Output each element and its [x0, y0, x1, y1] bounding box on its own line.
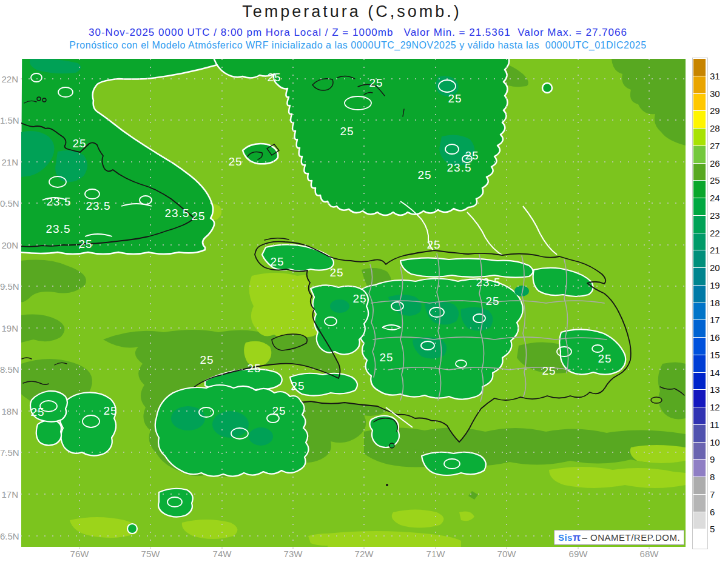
lon-label: 69W	[565, 549, 592, 559]
colorbar-label: 5	[710, 524, 728, 534]
small-island-sw	[158, 489, 193, 517]
green-cordillera-septentrional	[400, 258, 533, 277]
colorbar-segment	[693, 250, 706, 268]
colorbar-segment	[693, 59, 706, 76]
colorbar-label: 20	[710, 263, 728, 273]
colorbar-label: 10	[710, 437, 728, 447]
cool-dot-north	[542, 83, 552, 93]
colorbar-label: 23	[710, 210, 728, 221]
colorbar-segment	[693, 477, 706, 495]
contour-value-label: 25	[448, 92, 462, 105]
contour-value-label: 25	[191, 210, 205, 223]
colorbar-label: 16	[710, 332, 728, 343]
colorbar-segment	[693, 390, 706, 407]
lat-label: 8.5N	[0, 364, 18, 375]
colorbar-segment	[693, 460, 706, 477]
contour-value-label: 23.5	[165, 207, 190, 220]
pi-symbol: π	[573, 532, 581, 544]
colorbar-label: 30	[710, 89, 728, 99]
colorbar-label: 29	[710, 105, 728, 116]
contour-value-label: 25	[369, 76, 383, 90]
colorbar-label: 18	[710, 298, 728, 308]
lat-label: 20N	[0, 240, 18, 250]
colorbar-segment	[693, 320, 706, 338]
colorbar-segment	[693, 94, 706, 112]
colorbar-label: 28	[710, 123, 728, 133]
lat-label: 1.5N	[0, 115, 18, 125]
colorbar-label: 24	[710, 193, 728, 203]
colorbar-label: 14	[710, 367, 728, 378]
contour-value-label: 25	[598, 352, 612, 366]
contour-value-label: 25	[267, 71, 281, 84]
colorbar-label: 31	[710, 71, 728, 81]
colorbar-segment	[693, 268, 706, 286]
colorbar-label: 26	[710, 158, 728, 169]
contour-value-label: 23.5	[476, 276, 501, 289]
contour-value-label: 25	[340, 125, 354, 138]
contour-value-label: 25	[228, 155, 242, 169]
colorbar-segment	[693, 495, 706, 512]
credit-badge: Sisπ– ONAMET/REP.DOM.	[554, 530, 684, 545]
colorbar-segment	[693, 303, 706, 321]
lon-label: 72W	[351, 549, 377, 559]
colorbar-label: 12	[710, 402, 728, 412]
contour-value-label: 25	[72, 137, 86, 150]
contour-value-label: 25	[78, 238, 92, 251]
colorbar-label: 22	[710, 228, 728, 238]
contour-value-label: 25	[485, 295, 499, 308]
lat-label: 17N	[0, 489, 18, 500]
colorbar-segment	[693, 338, 706, 355]
colorbar-label: 25	[710, 175, 728, 186]
colorbar-segment	[693, 443, 706, 460]
colorbar-segment	[693, 129, 706, 146]
colorbar-segment	[693, 146, 706, 164]
colorbar-segment	[693, 512, 706, 530]
colorbar-label: 13	[710, 384, 728, 395]
colorbar-label: 27	[710, 141, 728, 151]
hot-streak-right-2	[630, 445, 686, 463]
colorbar-label: 8	[710, 472, 728, 482]
colorbar-label: 17	[710, 315, 728, 325]
lon-label: 74W	[209, 549, 235, 559]
contour-value-label: 25	[379, 351, 393, 364]
colorbar-label: 11	[710, 420, 728, 430]
colorbar-segment	[693, 286, 706, 303]
colorbar-label: 9	[710, 454, 728, 464]
contour-value-label: 25	[426, 238, 440, 252]
warm-band-east-edge	[658, 363, 686, 420]
lon-label: 73W	[280, 549, 306, 559]
lon-label: 71W	[422, 549, 449, 559]
colorbar-segment	[693, 233, 706, 251]
lat-label: 9.5N	[0, 281, 18, 292]
lat-label: 18N	[0, 406, 18, 416]
lat-label: 19N	[0, 323, 18, 333]
contour-value-label: 25	[291, 380, 305, 393]
weather-map-page: Temperatura (C,somb.) 30-Nov-2025 0000 U…	[0, 0, 728, 562]
saona-island	[651, 397, 662, 403]
colorbar-label: 21	[710, 245, 728, 255]
cool-dot-bottom	[127, 524, 137, 534]
contour-value-label: 25	[30, 406, 44, 419]
sispi-logo-text: Sis	[558, 532, 573, 543]
lat-label: 21N	[0, 157, 18, 167]
lat-label: 0.5N	[0, 198, 18, 209]
lon-label: 76W	[66, 549, 93, 559]
colorbar-label: 6	[710, 507, 728, 517]
contour-value-label: 23.5	[47, 195, 72, 209]
contour-value-label: 25	[270, 255, 284, 269]
contour-value-label: 25	[352, 292, 366, 306]
contour-value-label: 25	[329, 266, 343, 279]
lat-label: 6.5N	[0, 531, 18, 541]
contour-value-label: 25	[542, 364, 556, 378]
lon-label: 68W	[636, 549, 662, 559]
contour-value-label: 25	[272, 404, 286, 418]
colorbar-segment	[693, 164, 706, 181]
lon-label: 75W	[137, 549, 164, 559]
colorbar-segment	[693, 198, 706, 216]
contour-value-label: 23.5	[447, 161, 472, 175]
colorbar-segment	[693, 529, 706, 547]
contour-value-label: 25	[417, 169, 431, 182]
contour-value-label: 25	[465, 149, 479, 162]
contour-value-label: 23.5	[46, 222, 71, 236]
colorbar-segment	[693, 181, 706, 198]
